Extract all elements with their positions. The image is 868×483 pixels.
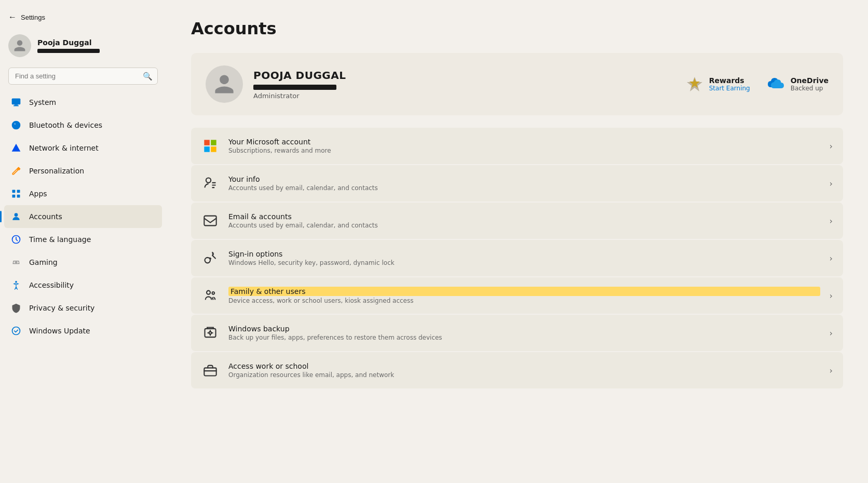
user-details: POOJA DUGGAL Administrator	[253, 69, 675, 100]
avatar-small	[8, 34, 31, 57]
svg-point-13	[12, 327, 20, 335]
sidebar-item-update-label: Windows Update	[29, 327, 90, 335]
backup-icon	[201, 324, 219, 342]
svg-point-22	[207, 291, 210, 294]
sidebar-item-accounts[interactable]: Accounts	[4, 205, 162, 228]
sidebar-item-system-label: System	[29, 98, 56, 106]
microsoft-icon	[201, 137, 219, 155]
person-icon-small	[13, 39, 26, 52]
settings-item-backup[interactable]: Windows backup Back up your files, apps,…	[191, 315, 843, 351]
svg-rect-9	[17, 195, 20, 198]
onedrive-title: OneDrive	[791, 76, 829, 85]
onedrive-text: OneDrive Backed up	[791, 76, 829, 92]
main-content: Accounts POOJA DUGGAL Administrator	[166, 0, 868, 483]
chevron-icon-0: ›	[830, 141, 833, 151]
user-profile: Pooja Duggal	[8, 30, 158, 61]
person-icon-large	[213, 73, 236, 96]
svg-rect-17	[204, 146, 210, 152]
your-info-icon	[201, 175, 219, 192]
sidebar-item-network[interactable]: Network & internet	[4, 137, 162, 159]
svg-rect-0	[12, 99, 21, 105]
settings-item-your-info[interactable]: Your info Accounts used by email, calend…	[191, 165, 843, 202]
sidebar-item-privacy[interactable]: Privacy & security	[4, 297, 162, 319]
user-name-small: Pooja Duggal	[37, 38, 100, 47]
sidebar-item-apps[interactable]: Apps	[4, 182, 162, 205]
svg-rect-6	[12, 190, 16, 193]
settings-item-your-info-text: Your info Accounts used by email, calend…	[228, 175, 820, 192]
accounts-icon	[10, 211, 22, 222]
user-info-small: Pooja Duggal	[37, 38, 100, 53]
back-arrow-icon: ←	[8, 12, 17, 22]
sidebar-item-update[interactable]: Windows Update	[4, 319, 162, 342]
chevron-icon-6: ›	[830, 366, 833, 375]
onedrive-icon	[767, 75, 785, 93]
user-role: Administrator	[253, 92, 675, 100]
back-label: Settings	[21, 14, 45, 21]
settings-item-work[interactable]: Access work or school Organization resou…	[191, 352, 843, 388]
svg-rect-26	[204, 368, 216, 375]
settings-item-email-title: Email & accounts	[228, 212, 820, 221]
rewards-text: Rewards Start Earning	[709, 76, 750, 92]
sidebar-item-system[interactable]: System	[4, 91, 162, 114]
settings-item-backup-text: Windows backup Back up your files, apps,…	[228, 325, 820, 341]
key-icon	[201, 249, 219, 267]
sidebar-item-personalization-label: Personalization	[29, 167, 84, 175]
svg-point-19	[206, 178, 211, 183]
rewards-icon	[685, 75, 704, 93]
settings-item-family-desc: Device access, work or school users, kio…	[228, 297, 820, 304]
back-button[interactable]: ← Settings	[8, 10, 158, 24]
user-card-actions: Rewards Start Earning OneDrive Backed up	[685, 75, 829, 93]
sidebar-item-accounts-label: Accounts	[29, 212, 62, 221]
settings-item-family[interactable]: Family & other users Device access, work…	[191, 277, 843, 314]
settings-item-backup-desc: Back up your files, apps, preferences to…	[228, 334, 820, 341]
svg-point-23	[212, 292, 215, 294]
settings-item-email[interactable]: Email & accounts Accounts used by email,…	[191, 203, 843, 239]
search-icon: 🔍	[143, 72, 153, 81]
bluetooth-icon: ʿ︎	[10, 119, 22, 131]
chevron-icon-1: ›	[830, 179, 833, 189]
sidebar-item-bluetooth-label: Bluetooth & devices	[29, 121, 102, 129]
settings-item-signin[interactable]: Sign-in options Windows Hello, security …	[191, 240, 843, 276]
settings-item-email-desc: Accounts used by email, calendar, and co…	[228, 222, 820, 229]
user-bar-large	[253, 85, 336, 90]
settings-list: Your Microsoft account Subscriptions, re…	[191, 128, 843, 388]
svg-rect-15	[204, 140, 210, 145]
rewards-action[interactable]: Rewards Start Earning	[685, 75, 750, 93]
sidebar-item-time[interactable]: Time & language	[4, 228, 162, 251]
user-fullname: POOJA DUGGAL	[253, 69, 675, 82]
gaming-icon	[10, 257, 22, 268]
sidebar-item-personalization[interactable]: Personalization	[4, 159, 162, 182]
system-icon	[10, 97, 22, 108]
svg-point-21	[205, 258, 211, 263]
onedrive-action[interactable]: OneDrive Backed up	[767, 75, 829, 93]
email-icon	[201, 212, 219, 230]
svg-marker-5	[12, 144, 21, 152]
svg-rect-1	[15, 104, 18, 105]
svg-point-3	[12, 121, 21, 130]
network-icon	[10, 142, 22, 154]
settings-item-email-text: Email & accounts Accounts used by email,…	[228, 212, 820, 229]
sidebar-item-accessibility[interactable]: Accessibility	[4, 274, 162, 297]
settings-item-signin-text: Sign-in options Windows Hello, security …	[228, 250, 820, 266]
sidebar-item-bluetooth[interactable]: ʿ︎ Bluetooth & devices	[4, 114, 162, 137]
settings-item-your-info-title: Your info	[228, 175, 820, 183]
sidebar-item-gaming[interactable]: Gaming	[4, 251, 162, 274]
sidebar-item-privacy-label: Privacy & security	[29, 304, 94, 312]
svg-point-12	[15, 281, 17, 283]
settings-item-family-text: Family & other users Device access, work…	[228, 287, 820, 304]
family-icon	[201, 287, 219, 304]
privacy-icon	[10, 302, 22, 314]
svg-rect-20	[204, 216, 216, 226]
search-input[interactable]	[8, 68, 158, 85]
svg-text:ʿ︎: ʿ︎	[14, 122, 16, 129]
svg-rect-16	[211, 140, 216, 145]
sidebar-item-network-label: Network & internet	[29, 144, 99, 152]
sidebar-item-apps-label: Apps	[29, 190, 47, 198]
accessibility-icon	[10, 279, 22, 291]
svg-rect-24	[205, 329, 216, 337]
settings-item-signin-title: Sign-in options	[228, 250, 820, 258]
chevron-icon-4: ›	[830, 291, 833, 301]
personalization-icon	[10, 165, 22, 177]
settings-item-your-info-desc: Accounts used by email, calendar, and co…	[228, 184, 820, 192]
settings-item-microsoft-account[interactable]: Your Microsoft account Subscriptions, re…	[191, 128, 843, 164]
